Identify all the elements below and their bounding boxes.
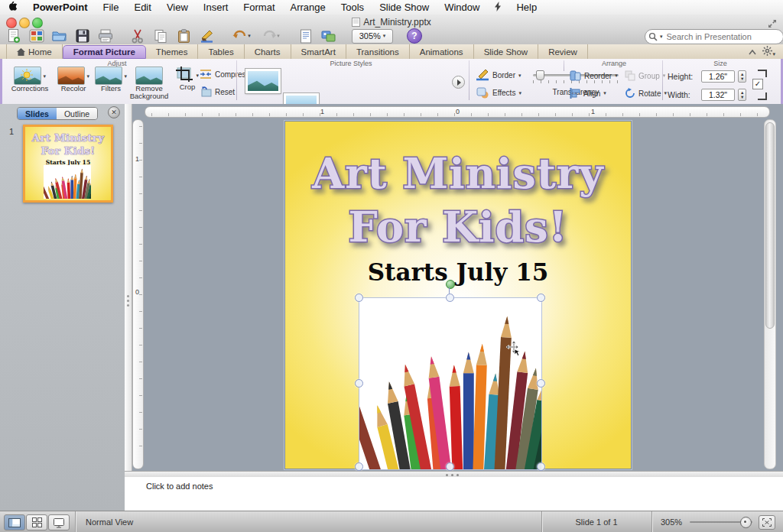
reset-button[interactable]: Reset: [200, 86, 235, 97]
slide-gallery-button[interactable]: [28, 28, 46, 44]
apple-menu[interactable]: [0, 1, 25, 14]
rotate-button[interactable]: Rotate▾: [625, 88, 667, 99]
media-browser-button[interactable]: [320, 28, 338, 44]
transparency-slider-knob[interactable]: [536, 70, 544, 80]
zoom-dropdown[interactable]: 305%▾: [352, 29, 393, 44]
script-menu[interactable]: [487, 2, 508, 14]
rotate-icon: [625, 88, 635, 99]
paste-button[interactable]: [174, 28, 193, 44]
close-panel-button[interactable]: ✕: [108, 106, 120, 118]
slide-sorter-view-button[interactable]: [26, 514, 47, 530]
width-label: Width:: [668, 90, 698, 99]
group-button[interactable]: Group▾: [625, 70, 665, 81]
recolor-button[interactable]: ▾ Recolor: [56, 66, 91, 92]
menu-item-help[interactable]: Help: [508, 2, 544, 13]
width-stepper[interactable]: ▲▼: [738, 89, 746, 101]
redo-button[interactable]: ▾: [258, 28, 283, 44]
colored-pencils-image[interactable]: [359, 297, 542, 470]
menu-item-file[interactable]: File: [96, 2, 127, 13]
selection-handle-middle-left[interactable]: [355, 379, 363, 388]
apple-icon: [8, 1, 18, 11]
height-stepper[interactable]: ▲▼: [738, 70, 746, 83]
slide-title-textbox[interactable]: Art Ministry For Kids! Starts July 15: [285, 131, 631, 291]
save-button[interactable]: [73, 28, 92, 44]
picture-style-1[interactable]: [245, 69, 281, 93]
selection-handle-top-center[interactable]: [446, 294, 454, 302]
help-button[interactable]: ?: [407, 28, 422, 44]
menu-item-slide-show[interactable]: Slide Show: [372, 2, 437, 13]
menu-item-window[interactable]: Window: [437, 2, 487, 13]
tab-themes[interactable]: Themes: [146, 44, 199, 59]
corrections-button[interactable]: ▾ Corrections: [8, 66, 51, 92]
tab-charts[interactable]: Charts: [245, 44, 291, 59]
reorder-button[interactable]: Reorder▾: [570, 70, 618, 81]
menu-item-view[interactable]: View: [159, 2, 196, 13]
menu-item-powerpoint[interactable]: PowerPoint: [25, 2, 96, 13]
print-button[interactable]: [96, 28, 115, 44]
tab-format-picture[interactable]: Format Picture: [63, 45, 146, 59]
tab-animations[interactable]: Animations: [410, 44, 474, 59]
effects-button[interactable]: Effects▾: [476, 87, 521, 99]
tab-home[interactable]: Home: [6, 44, 63, 59]
search-field[interactable]: ▾: [645, 29, 783, 44]
menu-item-arrange[interactable]: Arrange: [283, 2, 333, 13]
normal-view-button[interactable]: [4, 514, 25, 530]
crop-button[interactable]: ▾ Crop: [172, 66, 203, 91]
selection-handle-bottom-right[interactable]: [537, 462, 545, 471]
rotate-handle[interactable]: [446, 280, 455, 289]
zoom-slider-knob[interactable]: [740, 517, 752, 528]
search-input[interactable]: [665, 31, 780, 42]
height-input[interactable]: [701, 70, 735, 83]
menu-item-tools[interactable]: Tools: [333, 2, 372, 13]
filters-button[interactable]: ▾ Filters: [94, 66, 128, 92]
picture-styles-more-button[interactable]: [452, 76, 465, 89]
align-button[interactable]: Align▾: [570, 88, 606, 99]
remove-background-label: Remove Background: [128, 85, 171, 100]
tab-slide-show[interactable]: Slide Show: [474, 44, 539, 59]
format-painter-button[interactable]: [197, 28, 216, 44]
panel-splitter[interactable]: [125, 104, 132, 471]
ribbon-settings-gear-icon[interactable]: ▾: [762, 46, 775, 57]
selection-handle-bottom-center[interactable]: [446, 462, 454, 471]
compress-button[interactable]: Compress: [200, 70, 250, 79]
title-toolbar: Art_Ministry.pptx ▾ ▾ 305%▾ ?: [0, 15, 783, 45]
aspect-lock-bracket-bottom: [758, 92, 767, 100]
tab-review[interactable]: Review: [538, 44, 588, 59]
new-document-button[interactable]: [5, 28, 23, 44]
border-button[interactable]: Border▾: [476, 70, 521, 81]
ribbon-format-picture: Adjust ▾ Corrections ▾ Recolor ▾ Filters…: [0, 59, 783, 105]
tab-label: SmartArt: [301, 47, 336, 57]
tab-smartart[interactable]: SmartArt: [291, 44, 346, 59]
copy-button[interactable]: [151, 28, 170, 44]
menu-item-edit[interactable]: Edit: [126, 2, 158, 13]
slide-show-view-button[interactable]: [48, 514, 70, 530]
corrections-icon: [14, 66, 41, 85]
lock-aspect-ratio-checkbox[interactable]: ✓: [752, 79, 763, 89]
menu-item-format[interactable]: Format: [236, 2, 282, 13]
zoom-value: 305%: [359, 31, 381, 41]
show-formatting-button[interactable]: [297, 28, 315, 44]
undo-button[interactable]: ▾: [229, 28, 254, 44]
menu-item-insert[interactable]: Insert: [196, 2, 236, 13]
selection-handle-top-left[interactable]: [355, 294, 363, 302]
tab-slides[interactable]: Slides: [18, 108, 57, 119]
remove-background-button[interactable]: Remove Background: [128, 66, 171, 100]
collapse-ribbon-icon[interactable]: [749, 47, 756, 57]
tab-transitions[interactable]: Transitions: [346, 44, 410, 59]
scrollbar-thumb[interactable]: [765, 122, 775, 329]
selection-handle-bottom-left[interactable]: [355, 462, 363, 471]
slide-canvas[interactable]: Art Ministry For Kids! Starts July 15: [284, 121, 632, 469]
width-input[interactable]: [701, 89, 735, 101]
vertical-scrollbar[interactable]: [764, 119, 776, 469]
fit-slide-to-window-button[interactable]: [759, 515, 775, 530]
cut-button[interactable]: [128, 28, 147, 44]
selection-handle-middle-right[interactable]: [537, 379, 545, 388]
open-button[interactable]: [50, 28, 69, 44]
selection-handle-top-right[interactable]: [537, 294, 545, 302]
notes-pane[interactable]: Click to add notes: [125, 477, 783, 511]
tab-tables[interactable]: Tables: [198, 44, 244, 59]
tab-outline[interactable]: Outline: [57, 108, 97, 119]
rotate-label: Rotate: [638, 89, 661, 98]
notes-placeholder[interactable]: Click to add notes: [146, 482, 213, 491]
slide-thumbnail[interactable]: Art Ministry For Kids! Starts July 15: [23, 125, 113, 203]
